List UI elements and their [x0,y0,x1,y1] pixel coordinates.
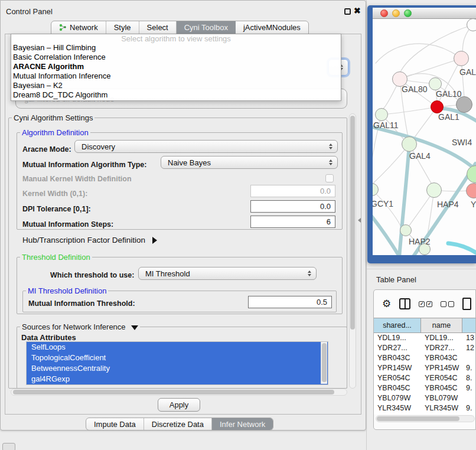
network-edge[interactable] [373,144,409,184]
network-edge[interactable] [373,214,402,255]
dpi-tolerance-label: DPI Tolerance [0,1]: [22,205,91,213]
table-row[interactable]: YIL052CYIL052C9 [374,413,475,415]
network-node[interactable] [467,19,476,31]
column-header-shared[interactable]: shared... [374,318,421,332]
hub-definition-expander[interactable]: Hub/Transcription Factor Definition [22,236,157,244]
table-horizontal-scrollbar-thumb[interactable] [377,416,459,421]
table-row[interactable]: YPR145WYPR145W9. [374,363,475,373]
network-node-label: GAL10 [436,89,462,99]
network-node[interactable] [456,96,472,113]
data-attribute-item[interactable]: SelfLoops [27,342,328,353]
network-canvas[interactable]: GALGAL80GAL10GAL1GAL11SWI4GAL4GCY1HAP4YH… [373,19,476,255]
settings-vertical-scrollbar-thumb[interactable] [350,116,355,330]
network-edge[interactable] [388,107,437,114]
table-cell: YER054C [374,373,421,383]
stepper-arrows-icon [329,144,332,149]
network-window-titlebar[interactable] [373,8,476,19]
attributes-scrollbar-thumb[interactable] [322,343,327,382]
checked-box-icon: ✓ [426,301,432,307]
kernel-width-field[interactable]: 0.0 [250,185,335,197]
table-row[interactable]: YER054CYER054C8. [374,373,475,383]
network-node-label: GAL1 [438,112,459,122]
tab-cyni-toolbox[interactable]: Cyni Toolbox [177,21,236,34]
stepper-arrows-icon [329,159,332,165]
column-header-partial[interactable] [462,318,475,332]
column-header-name[interactable]: name [421,318,462,332]
network-node-gal4[interactable] [402,136,417,152]
minimize-traffic-light-icon[interactable] [392,9,400,17]
close-traffic-light-icon[interactable] [380,9,388,17]
network-edge[interactable] [442,191,466,191]
algorithm-option[interactable]: Mutual Information Inference [11,71,341,81]
sources-legend: Sources for Network Inference [22,322,126,331]
data-attribute-item[interactable]: BetweennessCentrality [27,363,328,374]
table-row[interactable]: YDL19...YDL19...13 [374,333,475,343]
gear-icon[interactable]: ⚙ [382,299,391,309]
network-node-gal1[interactable] [431,100,444,113]
network-node-gal[interactable] [454,51,469,66]
data-attribute-item[interactable]: TopologicalCoefficient [27,353,328,363]
tab-network[interactable]: Network [51,21,106,34]
split-columns-icon[interactable] [399,298,410,309]
network-node-label: GAL4 [409,151,431,161]
unchecked-columns-icon[interactable] [441,301,454,307]
network-node-hap2[interactable] [400,224,412,236]
tab-label: Impute Data [94,420,136,429]
network-node-gal11[interactable] [375,108,388,121]
network-edge[interactable] [399,144,409,255]
tab-jactivemnodules[interactable]: jActiveMNodules [236,21,308,34]
table-panel-card: ⚙ ✓✓ shared... name YDL19...YDL19...13YD… [373,289,476,430]
aracne-mode-combo[interactable]: Discovery [74,140,338,153]
network-edge[interactable] [448,243,476,255]
table-cell: 8. [462,373,475,383]
document-icon[interactable] [462,298,471,310]
dpi-tolerance-field[interactable]: 0.0 [250,200,335,213]
tab-impute-data[interactable]: Impute Data [86,418,144,430]
checked-box-icon: ✓ [419,301,425,307]
panel-collapse-arrow-icon[interactable] [358,218,361,223]
table-cell: YDL19... [421,333,462,343]
manual-kernel-width-label: Manual Kernel Width Definition [22,175,132,183]
tab-infer-network[interactable]: Infer Network [212,418,273,430]
table-cell: YPR145W [374,363,421,373]
minimized-panel-icon[interactable] [2,443,15,450]
network-node-label: GAL80 [402,84,428,94]
tab-label: Style [114,23,131,32]
network-node-hap4[interactable] [426,182,442,198]
which-threshold-combo[interactable]: MI Threshold [138,267,317,280]
table-row[interactable]: YBL079WYBL079W [374,393,475,403]
dpi-tolerance-value: 0.0 [320,202,331,211]
tab-style[interactable]: Style [106,21,139,34]
algorithm-option[interactable]: Bayesian – Hill Climbing [11,43,341,53]
hub-definition-label: Hub/Transcription Factor Definition [22,236,145,244]
which-threshold-value: MI Threshold [145,269,190,278]
table-row[interactable]: YLR345WYLR345W9. [374,403,475,413]
table-cell: YDR27... [421,343,462,353]
table-cell: YBL079W [421,393,462,403]
table-row[interactable]: YDR27...YDR27...12 [374,343,475,353]
apply-button[interactable]: Apply [158,398,200,412]
mi-threshold-field[interactable]: 0.5 [248,296,332,308]
algorithm-option[interactable]: Bayesian – K2 [11,81,341,90]
sources-legend-wrap[interactable]: Sources for Network Inference [20,322,140,331]
data-attributes-label: Data Attributes [21,333,76,342]
network-edge[interactable] [376,44,461,63]
float-window-icon[interactable] [344,8,351,15]
algorithm-option[interactable]: Basic Correlation Inference [11,53,341,62]
network-node-gal10[interactable] [429,77,442,90]
mi-steps-field[interactable]: 6 [250,216,335,228]
tab-discretize-data[interactable]: Discretize Data [144,418,212,430]
table-row[interactable]: YBR045CYBR045C9. [374,383,475,393]
settings-horizontal-scrollbar-thumb[interactable] [13,390,334,394]
close-icon[interactable]: ✖ [354,6,361,15]
mi-threshold-label: Mutual Information Threshold: [28,299,135,308]
algorithm-option[interactable]: ARACNE Algorithm [11,62,341,71]
checked-columns-icon[interactable]: ✓✓ [419,301,432,307]
table-row[interactable]: YBR043CYBR043C [374,353,475,363]
mi-algorithm-type-combo[interactable]: Naive Bayes [161,156,338,169]
manual-kernel-width-checkbox[interactable] [325,174,334,182]
zoom-traffic-light-icon[interactable] [404,9,412,17]
data-attribute-item[interactable]: gal4RGexp [27,374,328,384]
tab-select[interactable]: Select [139,21,177,34]
algorithm-option[interactable]: Dream8 DC_TDC Algorithm [11,90,341,100]
